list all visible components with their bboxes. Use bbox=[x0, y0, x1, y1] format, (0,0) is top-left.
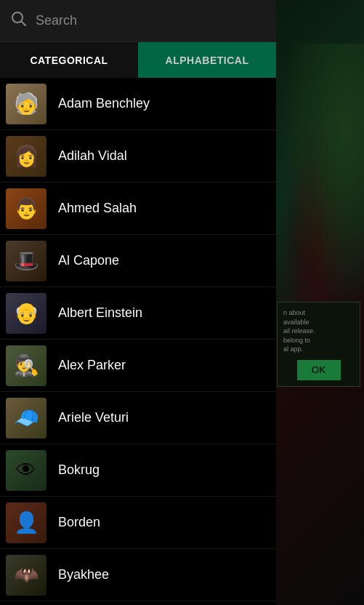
search-input[interactable] bbox=[36, 13, 265, 28]
character-name: Adilah Vidal bbox=[58, 148, 127, 164]
search-bar bbox=[0, 0, 276, 42]
list-panel: CATEGORICAL ALPHABETICAL 🧓Adam Benchley👩… bbox=[0, 0, 276, 605]
info-text-1: n about bbox=[283, 309, 305, 316]
info-panel: n about available ail release. belong to… bbox=[277, 302, 360, 387]
tab-categorical[interactable]: CATEGORICAL bbox=[0, 42, 138, 78]
character-avatar: 👴 bbox=[6, 293, 46, 334]
list-item[interactable]: 👩Adilah Vidal bbox=[0, 130, 276, 183]
list-item[interactable]: 👁Bokrug bbox=[0, 444, 276, 497]
character-name: Ahmed Salah bbox=[58, 201, 137, 216]
list-item[interactable]: 🕵Alex Parker bbox=[0, 340, 276, 392]
list-item[interactable]: 🎩Al Capone bbox=[0, 235, 276, 287]
character-avatar: 👁 bbox=[6, 450, 46, 491]
character-name: Alex Parker bbox=[58, 358, 126, 373]
tab-bar: CATEGORICAL ALPHABETICAL bbox=[0, 42, 276, 78]
character-avatar: 🎩 bbox=[6, 241, 46, 281]
character-avatar: 👩 bbox=[6, 136, 46, 177]
svg-line-1 bbox=[22, 22, 26, 26]
character-name: Borden bbox=[58, 515, 100, 530]
list-item[interactable]: 👨Ahmed Salah bbox=[0, 183, 276, 235]
list-item[interactable]: 👴Albert Einstein bbox=[0, 287, 276, 340]
character-avatar: 🧢 bbox=[6, 398, 46, 438]
search-icon bbox=[11, 11, 27, 31]
character-name: Al Capone bbox=[58, 253, 119, 268]
character-name: Adam Benchley bbox=[58, 96, 150, 111]
character-name: Bokrug bbox=[58, 462, 100, 478]
character-avatar: 🧓 bbox=[6, 84, 46, 124]
info-ok-button[interactable]: OK bbox=[297, 360, 341, 380]
info-text-3: ail release. bbox=[283, 327, 315, 334]
character-list: 🧓Adam Benchley👩Adilah Vidal👨Ahmed Salah🎩… bbox=[0, 78, 276, 605]
info-text-2: available bbox=[283, 318, 310, 326]
info-text-4: belong to bbox=[283, 337, 310, 344]
character-avatar: 🕵 bbox=[6, 345, 46, 386]
character-name: Ariele Veturi bbox=[58, 410, 129, 425]
creature-background bbox=[270, 44, 364, 334]
character-name: Byakhee bbox=[58, 567, 109, 582]
character-name: Albert Einstein bbox=[58, 305, 142, 321]
character-avatar: 👨 bbox=[6, 188, 46, 229]
list-item[interactable]: 🦇Byakhee bbox=[0, 549, 276, 601]
list-item[interactable]: 🧓Adam Benchley bbox=[0, 78, 276, 130]
list-item[interactable]: 👤Borden bbox=[0, 497, 276, 549]
tab-alphabetical[interactable]: ALPHABETICAL bbox=[138, 42, 276, 78]
character-avatar: 👤 bbox=[6, 502, 46, 543]
list-item[interactable]: 🧢Ariele Veturi bbox=[0, 392, 276, 444]
info-text-5: al app. bbox=[283, 345, 303, 353]
character-avatar: 🦇 bbox=[6, 555, 46, 596]
